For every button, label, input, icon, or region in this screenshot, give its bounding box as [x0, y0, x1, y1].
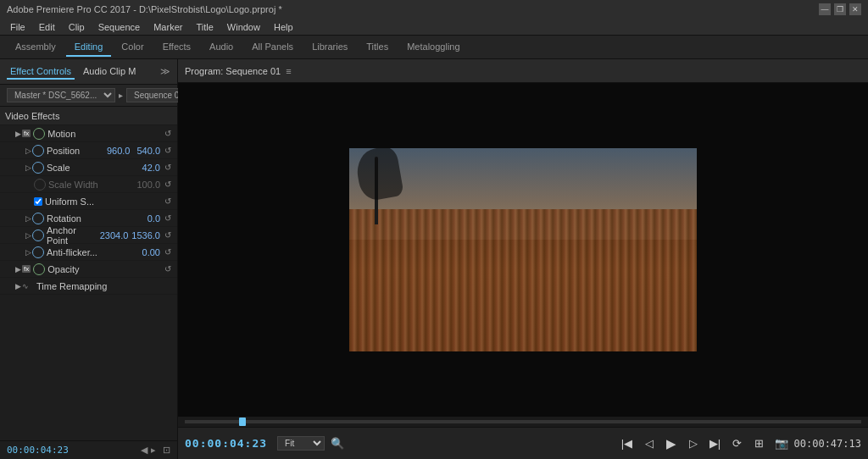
tab-titles[interactable]: Titles: [358, 38, 397, 57]
monitor-progress-container[interactable]: [178, 417, 868, 427]
anchor-reset[interactable]: ↺: [162, 230, 174, 241]
video-effects-header: Video Effects: [0, 107, 177, 125]
anchor-toggle[interactable]: ▷: [24, 231, 32, 240]
menu-clip[interactable]: Clip: [62, 19, 92, 35]
position-y-value[interactable]: 540.0: [136, 146, 160, 156]
menu-title[interactable]: Title: [189, 19, 220, 35]
uniform-scale-checkbox-label[interactable]: Uniform S...: [34, 196, 94, 207]
effect-nav-prev[interactable]: ◀: [141, 445, 147, 456]
scale-value[interactable]: 42.0: [142, 163, 160, 173]
title-bar: Adobe Premiere Pro CC 2017 - D:\PixelStr…: [0, 0, 868, 19]
tab-audio-clip-mixer[interactable]: Audio Clip M: [80, 64, 139, 80]
tab-all-panels[interactable]: All Panels: [243, 38, 302, 57]
position-toggle[interactable]: ▷: [24, 147, 32, 155]
menu-edit[interactable]: Edit: [32, 19, 62, 35]
motion-label: Motion: [47, 129, 160, 139]
tab-effect-controls[interactable]: Effect Controls: [7, 64, 75, 80]
scale-width-label: Scale Width: [48, 180, 133, 190]
uniform-scale-checkbox[interactable]: [34, 197, 42, 206]
video-frame: [349, 148, 697, 351]
scale-row: ▷ Scale 42.0 ↺: [0, 159, 177, 176]
monitor-playhead[interactable]: [239, 418, 246, 426]
opacity-reset[interactable]: ↺: [162, 263, 174, 275]
btn-safe-margins[interactable]: ⊞: [750, 434, 769, 453]
program-monitor-panel: Program: Sequence 01 ≡ 00:00:04:23: [178, 59, 868, 459]
master-source-selector[interactable]: Master * DSC_5662...: [7, 88, 115, 102]
source-bar: Master * DSC_5662... ▸ Sequence 01 * ▸ ≫: [0, 85, 177, 107]
effect-controls-header: Effect Controls Audio Clip M ≫: [0, 59, 177, 85]
btn-loop[interactable]: ⟳: [728, 434, 747, 453]
scale-width-reset: ↺: [162, 179, 174, 191]
btn-play[interactable]: ▶: [662, 434, 681, 453]
app-title: Adobe Premiere Pro CC 2017 - D:\PixelStr…: [7, 4, 819, 14]
rotation-value[interactable]: 0.0: [147, 213, 160, 224]
uniform-scale-row: Uniform S... ↺: [0, 193, 177, 210]
monitor-menu-icon[interactable]: ≡: [286, 66, 291, 76]
corn-stalks-layer: [349, 209, 697, 351]
tab-editing[interactable]: Editing: [66, 38, 112, 57]
position-icon: [32, 145, 44, 157]
menu-file[interactable]: File: [3, 19, 32, 35]
btn-play-back[interactable]: ◁: [640, 434, 659, 453]
menu-window[interactable]: Window: [220, 19, 267, 35]
position-label: Position: [47, 146, 103, 156]
uniform-scale-reset[interactable]: ↺: [162, 196, 174, 207]
antiflicker-row: ▷ Anti-flicker... 0.00 ↺: [0, 244, 177, 261]
scale-icon: [32, 162, 44, 174]
window-controls: — ❒ ✕: [819, 3, 861, 15]
btn-step-fwd[interactable]: ▶|: [706, 434, 725, 453]
tab-metaloggling[interactable]: Metaloggling: [398, 38, 468, 57]
anchor-x-value[interactable]: 2304.0: [100, 230, 129, 241]
monitor-zoom-select[interactable]: Fit25%50%75%100%: [277, 436, 325, 451]
time-remap-toggle[interactable]: ▶: [14, 282, 22, 290]
scale-reset[interactable]: ↺: [162, 162, 174, 174]
rotation-icon: [32, 213, 44, 224]
panel-menu-icon[interactable]: ≫: [160, 66, 170, 77]
position-reset[interactable]: ↺: [162, 145, 174, 157]
monitor-progress-bar[interactable]: [185, 420, 861, 423]
btn-play-forward[interactable]: ▷: [684, 434, 703, 453]
tab-libraries[interactable]: Libraries: [303, 38, 356, 57]
time-remapping-row: ▶ ∿ Time Remapping: [0, 278, 177, 295]
workspace-bar: Assembly Editing Color Effects Audio All…: [0, 36, 868, 59]
scale-toggle[interactable]: ▷: [24, 163, 32, 172]
time-remap-icon: ∿: [22, 282, 34, 290]
antiflicker-reset[interactable]: ↺: [162, 246, 174, 258]
tab-effects[interactable]: Effects: [154, 38, 199, 57]
btn-step-back[interactable]: |◀: [618, 434, 637, 453]
motion-toggle[interactable]: ▶: [14, 130, 22, 138]
menu-help[interactable]: Help: [267, 19, 300, 35]
effect-timecode-bar: 00:00:04:23 ◀ ▸ ⊡: [0, 440, 177, 459]
effect-panel-menu2[interactable]: ⊡: [163, 445, 170, 456]
tab-color[interactable]: Color: [113, 38, 152, 57]
antiflicker-toggle[interactable]: ▷: [24, 248, 32, 257]
position-x-value[interactable]: 960.0: [107, 146, 131, 156]
opacity-toggle[interactable]: ▶: [14, 265, 22, 274]
monitor-header: Program: Sequence 01 ≡: [178, 59, 868, 83]
scale-width-icon: [34, 179, 46, 191]
uniform-scale-label: Uniform S...: [45, 196, 94, 207]
menu-sequence[interactable]: Sequence: [92, 19, 147, 35]
opacity-row: ▶ fx Opacity ↺: [0, 261, 177, 278]
menu-marker[interactable]: Marker: [147, 19, 189, 35]
effect-timecode: 00:00:04:23: [7, 445, 69, 456]
close-button[interactable]: ✕: [849, 3, 861, 15]
monitor-title: Program: Sequence 01: [185, 66, 281, 76]
anchor-y-value[interactable]: 1536.0: [131, 230, 160, 241]
monitor-timecode[interactable]: 00:00:04:23: [185, 437, 267, 450]
btn-add-marker[interactable]: 🔍: [328, 434, 347, 453]
motion-reset[interactable]: ↺: [162, 128, 174, 140]
video-preview-area: [178, 83, 868, 417]
monitor-timecode-total: 00:00:47:13: [794, 438, 861, 450]
minimize-button[interactable]: —: [819, 3, 831, 15]
effect-nav-next[interactable]: ▸: [151, 445, 156, 456]
video-background: [349, 148, 697, 351]
restore-button[interactable]: ❒: [834, 3, 846, 15]
rotation-toggle[interactable]: ▷: [24, 214, 32, 223]
rotation-reset[interactable]: ↺: [162, 213, 174, 224]
btn-export-frame[interactable]: 📷: [772, 434, 791, 453]
tab-assembly[interactable]: Assembly: [7, 38, 64, 57]
opacity-label: Opacity: [47, 264, 160, 274]
antiflicker-value[interactable]: 0.00: [142, 247, 160, 257]
tab-audio[interactable]: Audio: [201, 38, 242, 57]
